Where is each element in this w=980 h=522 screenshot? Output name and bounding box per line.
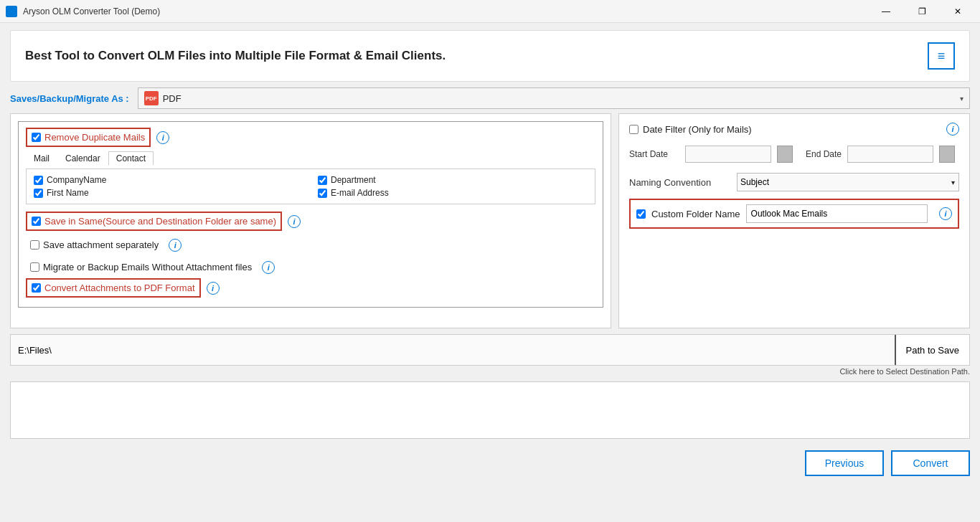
custom-folder-label: Custom Folder Name <box>651 209 740 219</box>
titlebar-controls: — ❐ ✕ <box>870 0 974 23</box>
custom-folder-box: Custom Folder Name i <box>629 199 959 229</box>
save-attachment-row: Save attachment separately i <box>26 237 595 253</box>
minimize-button[interactable]: — <box>870 0 903 23</box>
format-value: PDF <box>163 93 182 104</box>
department-label: Department <box>331 175 376 185</box>
migrate-row: Migrate or Backup Emails Without Attachm… <box>26 259 595 275</box>
date-section: Start Date End Date <box>629 146 959 163</box>
titlebar: Aryson OLM Converter Tool (Demo) — ❐ ✕ <box>0 0 980 23</box>
contact-field-companyname: CompanyName <box>34 175 303 185</box>
date-filter-info-icon[interactable]: i <box>946 123 959 136</box>
convert-attachments-box: Convert Attachments to PDF Format <box>26 278 201 298</box>
email-label: E-mail Address <box>331 188 389 198</box>
convert-attachments-row: Convert Attachments to PDF Format i <box>26 278 595 298</box>
date-filter-label: Date Filter (Only for Mails) <box>643 124 752 135</box>
save-in-same-info-icon[interactable]: i <box>288 215 301 228</box>
right-panel: Date Filter (Only for Mails) i Start Dat… <box>618 113 970 328</box>
app-title: Aryson OLM Converter Tool (Demo) <box>23 6 160 16</box>
remove-duplicate-info-icon[interactable]: i <box>156 131 169 144</box>
convert-button[interactable]: Convert <box>891 450 970 476</box>
menu-button[interactable]: ≡ <box>928 42 955 70</box>
save-in-same-label: Save in Same(Source and Destination Fold… <box>44 216 276 227</box>
convert-attachments-info-icon[interactable]: i <box>207 282 220 295</box>
custom-folder-input[interactable] <box>746 204 928 223</box>
start-date-cal-button[interactable] <box>777 146 793 163</box>
left-panel-inner: Remove Duplicate Mails i Mail Calendar C… <box>18 121 603 308</box>
date-filter-row: Date Filter (Only for Mails) i <box>629 123 959 136</box>
close-button[interactable]: ✕ <box>941 0 974 23</box>
contact-fields-grid: CompanyName Department First Name E-mail… <box>26 169 595 204</box>
tabs: Mail Calendar Contact <box>26 151 595 166</box>
save-attachment-info-icon[interactable]: i <box>169 239 182 252</box>
saves-label: Saves/Backup/Migrate As : <box>10 93 129 104</box>
email-checkbox[interactable] <box>318 189 327 198</box>
format-select[interactable]: PDF PDF ▾ <box>138 87 970 109</box>
end-date-input[interactable] <box>847 146 933 163</box>
date-filter-checkbox[interactable] <box>629 125 639 134</box>
restore-button[interactable]: ❐ <box>905 0 938 23</box>
banner-title: Best Tool to Convert OLM Files into Mult… <box>25 49 446 63</box>
save-in-same-row: Save in Same(Source and Destination Fold… <box>26 212 595 231</box>
naming-row: Naming Convention Subject Date From To <box>629 173 959 191</box>
remove-duplicate-label: Remove Duplicate Mails <box>44 132 145 143</box>
convert-attachments-label: Convert Attachments to PDF Format <box>44 283 195 293</box>
firstname-checkbox[interactable] <box>34 189 43 198</box>
convert-attachments-checkbox[interactable] <box>32 283 41 293</box>
save-attachment-label: Save attachment separately <box>43 239 159 250</box>
path-area: Path to Save <box>10 334 970 366</box>
saves-row: Saves/Backup/Migrate As : PDF PDF ▾ <box>10 87 970 109</box>
header-banner: Best Tool to Convert OLM Files into Mult… <box>10 30 970 82</box>
contact-field-email: E-mail Address <box>318 188 588 198</box>
save-in-same-box: Save in Same(Source and Destination Fold… <box>26 212 282 231</box>
start-date-label: Start Date <box>629 149 679 159</box>
save-in-same-checkbox[interactable] <box>32 217 41 226</box>
naming-convention-label: Naming Convention <box>629 177 730 188</box>
end-date-cal-button[interactable] <box>939 146 955 163</box>
path-to-save-button[interactable]: Path to Save <box>895 335 969 365</box>
previous-button[interactable]: Previous <box>805 450 884 476</box>
tab-contact[interactable]: Contact <box>108 151 154 166</box>
main-area: Saves/Backup/Migrate As : PDF PDF ▾ Remo… <box>0 87 980 328</box>
migrate-label: Migrate or Backup Emails Without Attachm… <box>43 262 252 272</box>
tab-mail[interactable]: Mail <box>26 151 57 166</box>
migrate-checkbox[interactable] <box>30 262 39 272</box>
remove-duplicate-checkbox[interactable] <box>32 133 41 142</box>
app-icon <box>6 6 17 17</box>
end-date-label: End Date <box>798 149 842 159</box>
bottom-area <box>10 381 970 439</box>
pdf-icon: PDF <box>144 91 159 105</box>
left-panel: Remove Duplicate Mails i Mail Calendar C… <box>10 113 611 328</box>
companyname-label: CompanyName <box>47 175 106 185</box>
firstname-label: First Name <box>47 188 89 198</box>
contact-field-firstname: First Name <box>34 188 303 198</box>
naming-convention-select[interactable]: Subject Date From To <box>737 173 959 191</box>
start-date-input[interactable] <box>685 146 771 163</box>
two-column-layout: Remove Duplicate Mails i Mail Calendar C… <box>10 113 970 328</box>
naming-select-wrap: Subject Date From To <box>737 173 959 191</box>
date-filter-left: Date Filter (Only for Mails) <box>629 124 752 135</box>
tab-calendar[interactable]: Calendar <box>57 151 108 166</box>
department-checkbox[interactable] <box>318 176 327 185</box>
migrate-info-icon[interactable]: i <box>262 261 275 274</box>
dropdown-arrow-icon: ▾ <box>960 95 963 103</box>
custom-folder-info-icon[interactable]: i <box>939 207 952 220</box>
custom-folder-checkbox[interactable] <box>636 209 646 219</box>
footer: Previous Convert <box>0 443 980 483</box>
path-input[interactable] <box>11 335 895 365</box>
companyname-checkbox[interactable] <box>34 176 43 185</box>
contact-field-department: Department <box>318 175 588 185</box>
remove-duplicate-row: Remove Duplicate Mails i <box>26 128 595 147</box>
titlebar-left: Aryson OLM Converter Tool (Demo) <box>6 6 160 17</box>
click-hint: Click here to Select Destination Path. <box>0 366 980 377</box>
save-attachment-checkbox[interactable] <box>30 240 39 250</box>
remove-duplicate-box: Remove Duplicate Mails <box>26 128 151 147</box>
